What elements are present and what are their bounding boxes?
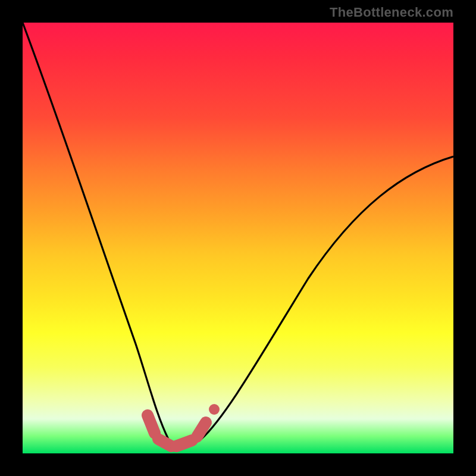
trough-marker <box>148 415 206 446</box>
outlier-marker <box>209 404 220 415</box>
bottleneck-curve <box>23 23 453 453</box>
chart-plot-area <box>23 23 453 453</box>
chart-frame: TheBottleneck.com <box>0 0 476 476</box>
source-attribution: TheBottleneck.com <box>330 6 453 19</box>
curve-path <box>23 23 453 446</box>
